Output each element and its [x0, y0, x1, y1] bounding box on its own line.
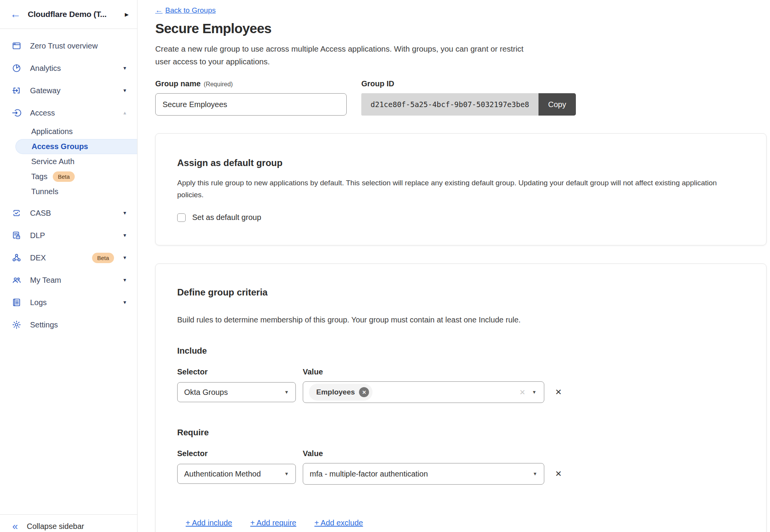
- beta-badge: Beta: [53, 171, 75, 182]
- add-rule-links: + Add include + Add require + Add exclud…: [177, 519, 745, 527]
- set-default-checkbox-row[interactable]: Set as default group: [177, 213, 745, 222]
- sidebar-item-access-groups[interactable]: Access Groups: [15, 139, 137, 154]
- account-name: Cloudflare Demo (T...: [28, 10, 118, 19]
- chevron-down-icon: ▼: [532, 389, 537, 395]
- chevron-down-icon: ▼: [122, 88, 127, 93]
- value-column-label: Value: [303, 449, 323, 458]
- sidebar-item-label: Logs: [30, 298, 114, 307]
- sidebar-item-gateway[interactable]: Gateway ▼: [0, 79, 137, 102]
- chevron-down-icon: ▼: [122, 65, 127, 71]
- access-submenu: Applications Access Groups Service Auth …: [0, 124, 137, 199]
- remove-require-rule-button[interactable]: ✕: [555, 469, 562, 478]
- sidebar-item-label: Service Auth: [31, 157, 74, 166]
- chip-remove-icon[interactable]: ✕: [359, 387, 369, 397]
- logs-icon: [12, 297, 22, 307]
- casb-icon: [12, 208, 22, 218]
- value-chip-label: Employees: [316, 388, 355, 396]
- sidebar-item-service-auth[interactable]: Service Auth: [0, 154, 137, 169]
- analytics-icon: [12, 63, 22, 73]
- sidebar-item-casb[interactable]: CASB ▼: [0, 202, 137, 224]
- include-selector-value: Okta Groups: [184, 388, 228, 397]
- sidebar-item-analytics[interactable]: Analytics ▼: [0, 57, 137, 79]
- require-value: mfa - multiple-factor authentication: [310, 470, 428, 478]
- chevron-down-icon: ▼: [284, 389, 289, 395]
- sidebar-item-label: Access: [30, 109, 114, 117]
- sidebar-item-label: My Team: [30, 276, 114, 285]
- sidebar-item-logs[interactable]: Logs ▼: [0, 291, 137, 314]
- sidebar-item-dlp[interactable]: DLP ▼: [0, 224, 137, 247]
- add-require-link[interactable]: + Add require: [250, 519, 297, 527]
- sidebar-item-zero-trust-overview[interactable]: Zero Trust overview: [0, 35, 137, 57]
- include-value-multiselect[interactable]: Employees ✕ ✕ ▼: [303, 381, 544, 403]
- include-rule-row: Okta Groups ▼ Employees ✕ ✕ ▼ ✕: [177, 381, 745, 403]
- page-title: Secure Employees: [155, 21, 770, 36]
- copy-button[interactable]: Copy: [538, 93, 576, 116]
- sidebar-item-label: DEX: [30, 253, 78, 262]
- selector-column-label: Selector: [177, 449, 303, 458]
- criteria-description: Build rules to determine membership of t…: [177, 316, 745, 324]
- sidebar-header: ← Cloudflare Demo (T... ▶: [0, 0, 137, 29]
- chevron-down-icon: ▼: [533, 471, 537, 477]
- required-note: (Required): [204, 81, 233, 88]
- team-icon: [12, 275, 22, 285]
- sidebar-item-tags[interactable]: Tags Beta: [0, 169, 137, 184]
- include-selector-dropdown[interactable]: Okta Groups ▼: [177, 382, 296, 402]
- sidebar-item-label: Settings: [30, 321, 127, 329]
- dex-icon: [12, 253, 22, 263]
- set-default-checkbox[interactable]: [177, 213, 186, 222]
- chevron-down-icon: ▼: [122, 255, 127, 260]
- criteria-card: Define group criteria Build rules to det…: [155, 263, 767, 532]
- group-id-label: Group ID: [361, 79, 394, 88]
- chevron-down-icon: ▼: [122, 300, 127, 305]
- sidebar-item-label: CASB: [30, 209, 114, 218]
- require-selector-value: Authentication Method: [184, 470, 261, 478]
- sidebar-item-dex[interactable]: DEX Beta ▼: [0, 247, 137, 269]
- sidebar-item-label: Tunnels: [31, 187, 58, 196]
- access-icon: [12, 108, 22, 118]
- account-switcher-caret-icon[interactable]: ▶: [125, 12, 129, 17]
- group-name-label: Group name: [155, 79, 201, 88]
- sidebar-item-access[interactable]: Access ▲: [0, 102, 137, 124]
- add-include-link[interactable]: + Add include: [186, 519, 232, 527]
- app-root: ← Cloudflare Demo (T... ▶ Zero Trust ove…: [0, 0, 770, 532]
- collapse-icon: «: [12, 520, 18, 532]
- back-arrow-icon: ←: [155, 6, 163, 15]
- sidebar-item-my-team[interactable]: My Team ▼: [0, 269, 137, 291]
- require-rule-row: Authentication Method ▼ mfa - multiple-f…: [177, 463, 745, 485]
- require-value-dropdown[interactable]: mfa - multiple-factor authentication ▼: [303, 463, 544, 485]
- value-column-label: Value: [303, 368, 323, 376]
- back-arrow-icon[interactable]: ←: [10, 9, 21, 20]
- require-selector-dropdown[interactable]: Authentication Method ▼: [177, 464, 296, 484]
- group-id-value: d21ce80f-5a25-4bcf-9b07-5032197e3be8: [361, 93, 538, 116]
- sidebar-item-tunnels[interactable]: Tunnels: [0, 184, 137, 199]
- sidebar-item-label: Applications: [31, 127, 73, 136]
- sidebar-item-settings[interactable]: Settings: [0, 314, 137, 336]
- chevron-up-icon: ▲: [122, 110, 127, 116]
- gateway-icon: [12, 86, 22, 96]
- include-column-labels: Selector Value: [177, 368, 745, 376]
- default-group-description: Apply this rule group to new application…: [177, 177, 724, 201]
- group-name-input[interactable]: [155, 93, 347, 116]
- sidebar-item-label: Tags: [31, 172, 47, 181]
- sidebar-item-applications[interactable]: Applications: [0, 124, 137, 139]
- page-description: Create a new rule group to use across mu…: [155, 42, 531, 68]
- sidebar-item-label: DLP: [30, 231, 114, 240]
- collapse-sidebar-button[interactable]: « Collapse sidebar: [0, 514, 137, 532]
- selector-column-label: Selector: [177, 368, 303, 376]
- include-heading: Include: [177, 346, 745, 356]
- sidebar-item-label: Analytics: [30, 64, 114, 73]
- gear-icon: [12, 320, 22, 330]
- sidebar-item-label: Zero Trust overview: [30, 42, 127, 50]
- group-id-field: Group ID d21ce80f-5a25-4bcf-9b07-5032197…: [361, 79, 576, 116]
- remove-include-rule-button[interactable]: ✕: [555, 388, 562, 397]
- chevron-down-icon: ▼: [122, 277, 127, 283]
- main-content: ← Back to Groups Secure Employees Create…: [138, 0, 770, 532]
- overview-icon: [12, 41, 22, 51]
- back-link-label: Back to Groups: [165, 6, 216, 15]
- beta-badge: Beta: [92, 253, 114, 263]
- default-group-title: Assign as default group: [177, 158, 745, 168]
- clear-values-icon[interactable]: ✕: [519, 388, 525, 397]
- back-to-groups-link[interactable]: ← Back to Groups: [155, 6, 216, 15]
- add-exclude-link[interactable]: + Add exclude: [314, 519, 363, 527]
- dlp-icon: [12, 230, 22, 240]
